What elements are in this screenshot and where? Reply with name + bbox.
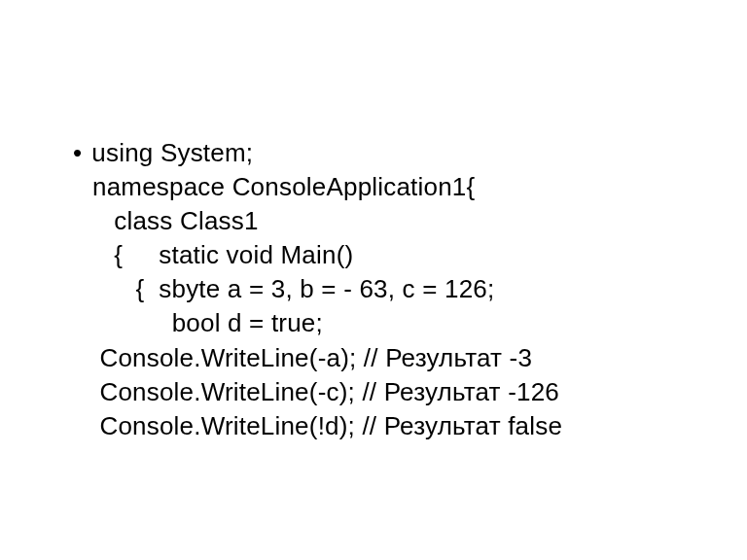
code-line-2: class Class1 bbox=[92, 204, 747, 238]
code-line-0: • using System; bbox=[92, 136, 747, 170]
code-line-6: Console.WriteLine(-a); // Результат -3 bbox=[92, 341, 747, 375]
code-line-3: { static void Main() bbox=[92, 238, 747, 272]
code-line-7: Console.WriteLine(-c); // Результат -126 bbox=[92, 375, 747, 409]
code-line-1: namespace ConsoleApplication1{ bbox=[92, 170, 747, 204]
code-line-5: bool d = true; bbox=[92, 306, 747, 340]
bullet-icon: • bbox=[73, 136, 82, 170]
code-line-4: { sbyte a = 3, b = - 63, c = 126; bbox=[92, 272, 747, 306]
code-line-8: Console.WriteLine(!d); // Результат fals… bbox=[92, 409, 747, 443]
code-text: using System; bbox=[91, 136, 253, 170]
code-block: • using System; namespace ConsoleApplica… bbox=[92, 136, 747, 443]
